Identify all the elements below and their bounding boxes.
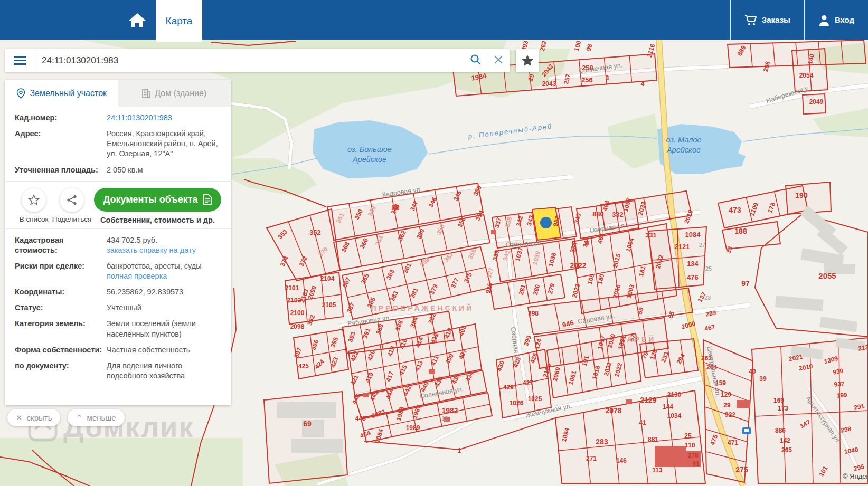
parcel-label[interactable]: 2121 [675,243,690,251]
parcel-label[interactable]: 476 [687,273,699,281]
parcel-label[interactable]: 1989 [406,424,420,432]
menu-button[interactable] [5,50,35,71]
parcel-label[interactable]: 29 [723,402,731,409]
object-documents-button[interactable]: Документы объекта [94,188,221,212]
field-cadastral-value: Кадастровая стоимость: 434 702.5 руб. за… [15,235,221,255]
collapse-panel-button[interactable]: ⌃ меньше [68,409,125,426]
clear-search-button[interactable] [487,54,510,67]
parcel-label[interactable]: 144 [663,403,673,411]
parcel-label[interactable]: 881 [648,436,658,443]
parcel-label[interactable]: 2049 [809,98,824,106]
parcel-label[interactable]: 2101 [285,284,299,292]
parcel-label[interactable]: 278 [688,452,699,459]
share-button[interactable]: Поделиться [53,188,91,223]
parcel-label[interactable]: 922 [725,411,735,418]
parcel-label[interactable]: 110 [685,442,695,449]
parcel-label[interactable]: 188 [734,227,747,235]
parcel-label[interactable]: 283 [596,437,608,446]
parcel-label[interactable]: 173 [778,405,788,412]
tab-map[interactable]: Карта [156,0,202,42]
cad-number-link[interactable]: 24:11:0130201:983 [107,113,221,123]
parcel-label[interactable]: 398 [528,310,539,317]
parcel-label[interactable]: 332 [612,211,624,218]
favorites-button[interactable] [516,49,539,72]
parcel-label[interactable]: 213 [857,343,868,352]
parcel-label[interactable]: 473 [729,206,741,214]
parcel-label[interactable]: 425 [298,363,309,370]
add-to-list-button[interactable]: В список [15,188,53,223]
red-building [737,400,750,408]
parcel-label[interactable]: 41 [639,419,646,426]
order-certificate-link[interactable]: заказать справку на дату [107,245,221,255]
parcel-label[interactable]: 256 [581,76,593,84]
building [277,402,336,418]
tab-land-plot-label: Земельный участок [30,89,107,98]
parcel-label[interactable]: 113 [652,466,663,474]
full-check-link[interactable]: полная проверка [107,271,221,281]
house-number: 23 [704,294,711,301]
parcel-label[interactable]: 471 [728,439,738,446]
parcel-label[interactable]: 169 [773,397,784,404]
parcel-label[interactable]: 40 [749,368,756,375]
search-input[interactable]: 24:11:0130201:983 [35,55,465,66]
parcel-label[interactable]: 91 [692,460,700,468]
parcel-label[interactable]: 69 [303,420,312,428]
parcel-label[interactable]: 142 [780,437,790,444]
parcel-label[interactable]: 271 [586,455,597,462]
parcel-label[interactable]: 129 [721,391,731,398]
parcel-label[interactable]: 1026 [510,399,524,407]
parcel-label[interactable]: 352 [309,228,321,236]
red-building [655,446,686,467]
parcel-label[interactable]: 1025 [528,395,542,403]
parcel-label[interactable]: 134 [687,260,699,268]
orders-label: Заказы [762,15,790,24]
parcel-label[interactable]: 2104 [320,275,335,282]
parcel-label[interactable]: 1982 [441,406,458,415]
field-risks: Риски при сделке: банкротства, аресты, с… [15,261,221,281]
parcel-label[interactable]: 937 [834,380,845,388]
parcel-label[interactable]: 2054 [799,72,814,79]
hide-panel-button[interactable]: ✕ скрыть [7,409,60,426]
parcel-label[interactable]: 3 [606,74,609,82]
search-submit-button[interactable] [465,54,487,68]
actions-row: В список Поделиться Документы объекта [15,188,221,224]
home-button[interactable] [119,0,156,40]
parcel-label[interactable]: 331 [645,231,657,239]
parcel-label[interactable]: 2098 [290,323,305,330]
parcel-label[interactable]: 97 [741,279,750,288]
menu-icon [14,56,26,58]
orders-button[interactable]: Заказы [730,0,804,40]
parcel-label[interactable]: 429 [503,384,514,391]
parcel-label[interactable]: 199 [836,391,847,399]
parcel-label[interactable]: 146 [616,457,627,464]
parcel-label[interactable]: 4 [641,80,645,88]
parcel-label[interactable]: 2043 [542,80,556,88]
parcel-label[interactable]: 2105 [322,301,336,309]
parcel-label[interactable]: 2078 [605,406,621,415]
user-icon [818,14,830,26]
parcel-label[interactable]: 265 [781,446,792,454]
parcel-label[interactable]: 2100 [290,309,305,317]
parcel-label[interactable]: 886 [775,427,786,434]
parcel-label[interactable]: 190 [795,191,808,199]
red-building [363,393,369,397]
parcel-label[interactable]: 39 [759,375,767,383]
parcel-label[interactable]: 2022 [570,261,586,270]
tab-land-plot[interactable]: Земельный участок [5,80,118,107]
parcel-label[interactable]: 427 [523,379,533,387]
tab-building[interactable]: Дом (здание) [118,80,231,107]
parcel-label[interactable]: 1084 [685,231,701,239]
parcel-label[interactable]: 880 [592,210,604,218]
parcel-label[interactable]: 2130 [667,391,682,398]
parcel-label[interactable]: 1 [458,447,461,454]
parcel-label[interactable]: 275 [735,465,748,474]
parcel-label[interactable]: 1034 [667,412,682,420]
parcel-label[interactable]: 25 [684,432,692,440]
field-land-category: Категория земель: Земли поселений (земли… [15,319,221,339]
red-building [626,399,632,404]
parcel-label[interactable]: 443 [355,415,366,422]
parcel-label[interactable]: 2129 [640,396,656,404]
parcel-label[interactable]: 2055 [818,271,836,280]
login-button[interactable]: Вход [804,0,868,40]
close-icon [493,54,504,65]
